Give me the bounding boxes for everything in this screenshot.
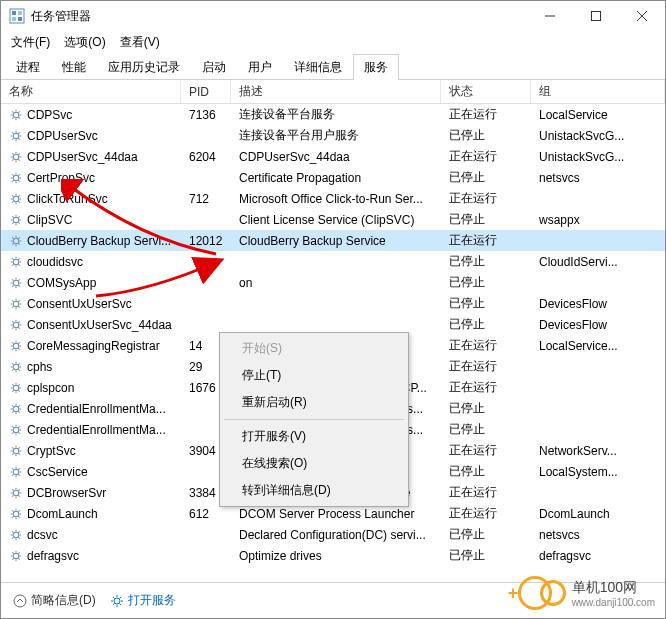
service-status: 正在运行 [441, 358, 531, 375]
ctx-restart[interactable]: 重新启动(R) [222, 389, 406, 416]
maximize-button[interactable] [573, 1, 619, 31]
service-desc: Client License Service (ClipSVC) [231, 213, 441, 227]
svg-point-32 [114, 598, 120, 604]
tab-processes[interactable]: 进程 [5, 54, 51, 80]
table-row[interactable]: cloudidsvc已停止CloudIdServi... [1, 251, 665, 272]
service-status: 正在运行 [441, 484, 531, 501]
service-icon [9, 255, 23, 269]
service-name: CloudBerry Backup Servi... [27, 234, 171, 248]
svg-rect-2 [18, 11, 22, 15]
service-name: CoreMessagingRegistrar [27, 339, 160, 353]
service-status: 已停止 [441, 169, 531, 186]
service-pid: 712 [181, 192, 231, 206]
tab-details[interactable]: 详细信息 [283, 54, 353, 80]
svg-point-30 [13, 553, 19, 559]
minimize-button[interactable] [527, 1, 573, 31]
table-row[interactable]: defragsvcOptimize drives已停止defragsvc [1, 545, 665, 566]
service-desc: on [231, 276, 441, 290]
menu-file[interactable]: 文件(F) [5, 32, 56, 53]
column-status[interactable]: 状态 [441, 80, 531, 103]
table-row[interactable]: CDPSvc7136连接设备平台服务正在运行LocalService [1, 104, 665, 125]
service-group: UnistackSvcG... [531, 150, 665, 164]
ctx-search[interactable]: 在线搜索(O) [222, 450, 406, 477]
menu-view[interactable]: 查看(V) [114, 32, 166, 53]
open-services-button[interactable]: 打开服务 [110, 592, 176, 609]
chevron-up-icon [13, 594, 27, 608]
service-status: 已停止 [441, 274, 531, 291]
service-desc: 连接设备平台用户服务 [231, 127, 441, 144]
table-row[interactable]: CertPropSvcCertificate Propagation已停止net… [1, 167, 665, 188]
service-icon [9, 423, 23, 437]
svg-point-27 [13, 490, 19, 496]
service-desc: Optimize drives [231, 549, 441, 563]
tab-history[interactable]: 应用历史记录 [97, 54, 191, 80]
table-row[interactable]: CDPUserSvc连接设备平台用户服务已停止UnistackSvcG... [1, 125, 665, 146]
service-group: LocalService... [531, 339, 665, 353]
column-desc[interactable]: 描述 [231, 80, 441, 103]
watermark: + 单机100网 www.danji100.com [518, 576, 655, 610]
service-status: 已停止 [441, 547, 531, 564]
table-row[interactable]: COMSysAppon已停止 [1, 272, 665, 293]
service-name: cphs [27, 360, 52, 374]
service-icon [9, 381, 23, 395]
table-row[interactable]: ClickToRunSvc712Microsoft Office Click-t… [1, 188, 665, 209]
tab-users[interactable]: 用户 [237, 54, 283, 80]
svg-point-9 [13, 112, 19, 118]
service-icon [9, 192, 23, 206]
svg-point-12 [13, 175, 19, 181]
svg-point-10 [13, 133, 19, 139]
service-status: 已停止 [441, 463, 531, 480]
service-name: cloudidsvc [27, 255, 83, 269]
svg-point-26 [13, 469, 19, 475]
ctx-goto-details[interactable]: 转到详细信息(D) [222, 477, 406, 504]
table-row[interactable]: dcsvcDeclared Configuration(DC) servi...… [1, 524, 665, 545]
fewer-details-button[interactable]: 简略信息(D) [13, 592, 96, 609]
window-controls [527, 1, 665, 31]
svg-rect-1 [12, 11, 16, 15]
table-row[interactable]: ConsentUxUserSvc已停止DevicesFlow [1, 293, 665, 314]
service-group: LocalSystem... [531, 465, 665, 479]
service-desc: Microsoft Office Click-to-Run Ser... [231, 192, 441, 206]
service-name: DcomLaunch [27, 507, 98, 521]
service-name: CredentialEnrollmentMa... [27, 402, 166, 416]
service-pid: 612 [181, 507, 231, 521]
service-status: 正在运行 [441, 442, 531, 459]
tab-services[interactable]: 服务 [353, 54, 399, 80]
svg-point-13 [13, 196, 19, 202]
column-name[interactable]: 名称 [1, 80, 181, 103]
service-icon [9, 402, 23, 416]
service-icon [9, 465, 23, 479]
column-pid[interactable]: PID [181, 80, 231, 103]
window-title: 任务管理器 [31, 8, 527, 25]
ctx-stop[interactable]: 停止(T) [222, 362, 406, 389]
menu-options[interactable]: 选项(O) [58, 32, 111, 53]
tab-startup[interactable]: 启动 [191, 54, 237, 80]
service-group: defragsvc [531, 549, 665, 563]
svg-point-22 [13, 385, 19, 391]
svg-point-31 [14, 595, 26, 607]
watermark-sub: www.danji100.com [572, 597, 655, 608]
service-icon [9, 318, 23, 332]
tab-performance[interactable]: 性能 [51, 54, 97, 80]
table-row[interactable]: ClipSVCClient License Service (ClipSVC)已… [1, 209, 665, 230]
service-name: CryptSvc [27, 444, 76, 458]
svg-point-28 [13, 511, 19, 517]
service-group: wsappx [531, 213, 665, 227]
close-button[interactable] [619, 1, 665, 31]
table-row[interactable]: CloudBerry Backup Servi...12012CloudBerr… [1, 230, 665, 251]
service-pid: 7136 [181, 108, 231, 122]
service-name: CDPUserSvc [27, 129, 98, 143]
service-status: 已停止 [441, 316, 531, 333]
service-status: 已停止 [441, 253, 531, 270]
table-row[interactable]: CDPUserSvc_44daa6204CDPUserSvc_44daa正在运行… [1, 146, 665, 167]
service-group: DevicesFlow [531, 318, 665, 332]
ctx-open-services[interactable]: 打开服务(V) [222, 423, 406, 450]
service-group: LocalService [531, 108, 665, 122]
context-menu: 开始(S) 停止(T) 重新启动(R) 打开服务(V) 在线搜索(O) 转到详细… [219, 332, 409, 507]
svg-rect-6 [592, 12, 601, 21]
service-desc: CDPUserSvc_44daa [231, 150, 441, 164]
column-group[interactable]: 组 [531, 80, 665, 103]
svg-point-17 [13, 280, 19, 286]
service-pid: 6204 [181, 150, 231, 164]
svg-point-25 [13, 448, 19, 454]
